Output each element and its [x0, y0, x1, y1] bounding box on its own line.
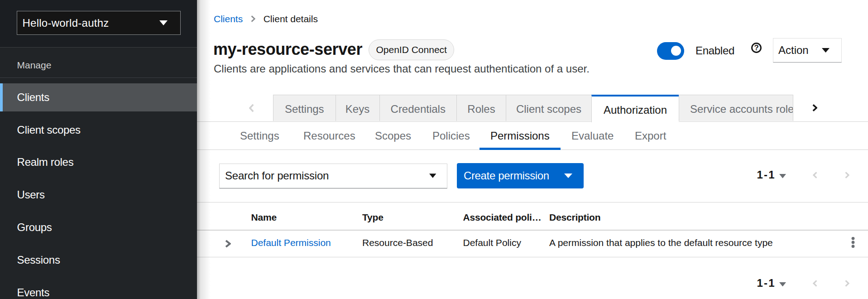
cell-type: Resource-Based [362, 237, 433, 248]
search-permission-select[interactable] [219, 164, 447, 188]
cell-associated-policies: Default Policy [463, 237, 521, 248]
pagination-next-button[interactable] [845, 280, 849, 288]
caret-down-icon [822, 48, 830, 53]
action-label: Action [773, 44, 809, 57]
table-row: Default Permission Resource-Based Defaul… [197, 231, 868, 257]
tabs: Settings Keys Credentials Roles Client s… [197, 95, 868, 122]
subtab-export[interactable]: Export [624, 123, 677, 149]
sidebar: Hello-world-authz Manage Clients Client … [0, 0, 197, 299]
column-header-associated-policies[interactable]: Associated policies [463, 212, 543, 223]
caret-down-icon [564, 174, 572, 178]
realm-selector[interactable]: Hello-world-authz [17, 11, 181, 35]
subtab-settings[interactable]: Settings [229, 123, 290, 149]
column-header-name[interactable]: Name [251, 212, 277, 223]
page-title: my-resource-server [213, 39, 362, 60]
protocol-badge: OpenID Connect [369, 39, 454, 60]
subtab-evaluate[interactable]: Evaluate [561, 123, 624, 149]
sidebar-item-sessions[interactable]: Sessions [0, 246, 197, 274]
enabled-toggle[interactable] [657, 42, 684, 60]
main-content: Clients Client details my-resource-serve… [197, 0, 868, 299]
nav-list: Clients Client scopes Realm roles Users … [0, 83, 197, 299]
subtab-resources[interactable]: Resources [293, 123, 366, 149]
nav-section-title: Manage [17, 59, 52, 71]
sidebar-item-events[interactable]: Events [0, 279, 197, 299]
subtab-permissions[interactable]: Permissions [480, 123, 561, 149]
tab-client-scopes[interactable]: Client scopes [506, 95, 591, 121]
chevron-right-icon [225, 240, 231, 247]
subtabs: Settings Resources Scopes Policies Permi… [197, 122, 868, 150]
column-header-type[interactable]: Type [362, 212, 384, 223]
chevron-right-icon [845, 280, 849, 287]
realm-selector-section: Hello-world-authz [0, 0, 197, 48]
tab-service-accounts-roles[interactable]: Service accounts roles [679, 95, 793, 121]
page-subtitle: Clients are applications and services th… [214, 63, 590, 75]
caret-down-icon [159, 20, 168, 25]
app: Hello-world-authz Manage Clients Client … [0, 0, 868, 299]
tab-authorization[interactable]: Authorization [591, 95, 679, 122]
pagination-prev-button[interactable] [813, 172, 817, 180]
chevron-left-icon [813, 172, 817, 178]
pagination-range: 1 - 1 [757, 169, 775, 181]
caret-down-icon[interactable] [779, 282, 786, 287]
tabs-scroll-right-button[interactable] [806, 95, 824, 121]
permission-link[interactable]: Default Permission [251, 237, 331, 248]
caret-down-icon[interactable] [779, 174, 786, 178]
enabled-label: Enabled [695, 44, 734, 58]
sidebar-item-client-scopes[interactable]: Client scopes [0, 116, 197, 144]
toggle-knob [671, 46, 681, 56]
caret-down-icon [429, 174, 436, 178]
subtab-scopes[interactable]: Scopes [364, 123, 422, 149]
sidebar-item-clients[interactable]: Clients [0, 83, 197, 111]
svg-text:?: ? [754, 43, 758, 52]
tab-credentials[interactable]: Credentials [379, 95, 457, 121]
realm-selector-label: Hello-world-authz [17, 17, 109, 29]
sidebar-item-groups[interactable]: Groups [0, 213, 197, 241]
sidebar-divider [0, 77, 197, 78]
toolbar-divider [197, 202, 868, 203]
column-header-description[interactable]: Description [549, 212, 600, 223]
row-kebab-menu[interactable] [851, 237, 855, 248]
sidebar-item-realm-roles[interactable]: Realm roles [0, 149, 197, 177]
table-header: Name Type Associated policies Descriptio… [197, 204, 868, 230]
table-row-border [197, 257, 868, 258]
pagination-next-button[interactable] [845, 172, 849, 180]
pagination-prev-button[interactable] [813, 280, 817, 288]
subtab-policies[interactable]: Policies [422, 123, 481, 149]
cell-name: Default Permission [251, 237, 331, 248]
sidebar-item-users[interactable]: Users [0, 181, 197, 209]
cell-description: A permission that applies to the default… [549, 237, 773, 248]
action-dropdown[interactable]: Action [773, 38, 842, 63]
search-input[interactable] [220, 169, 410, 182]
tabs-scroll-left-button[interactable] [242, 95, 260, 121]
chevron-right-icon [845, 172, 849, 178]
chevron-right-icon [251, 15, 255, 22]
tab-roles[interactable]: Roles [456, 95, 506, 121]
kebab-icon [851, 237, 855, 248]
title-row: my-resource-server OpenID Connect [213, 39, 454, 60]
row-expand-button[interactable] [225, 240, 231, 247]
chevron-right-icon [812, 104, 817, 111]
tab-settings[interactable]: Settings [273, 95, 336, 121]
pagination-range: 1 - 1 [757, 277, 775, 289]
chevron-left-icon [249, 104, 254, 112]
create-permission-button[interactable]: Create permission [457, 163, 584, 188]
breadcrumb-clients-link[interactable]: Clients [214, 14, 243, 24]
help-icon[interactable]: ? [751, 43, 762, 53]
tab-keys[interactable]: Keys [336, 95, 379, 121]
breadcrumb-current: Client details [264, 14, 318, 24]
breadcrumb: Clients Client details [214, 14, 318, 24]
chevron-left-icon [813, 280, 817, 287]
create-permission-label: Create permission [457, 169, 549, 182]
